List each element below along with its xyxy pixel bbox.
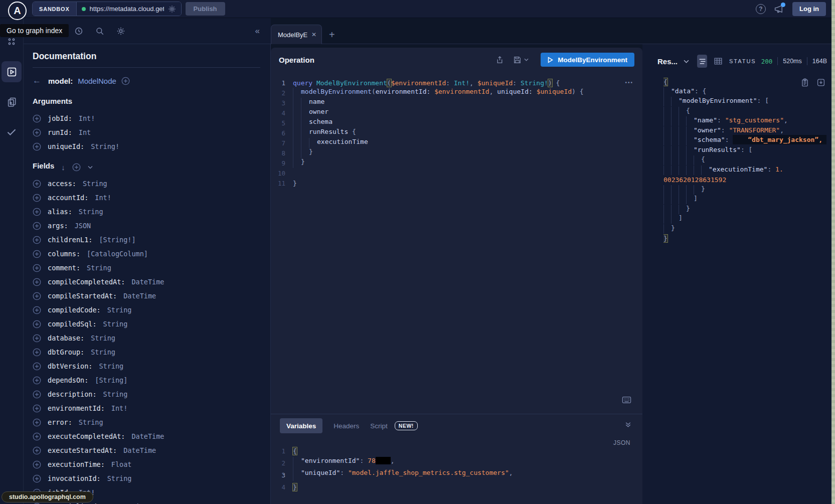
sort-fields-icon[interactable]: ↓ [61,163,65,172]
doc-field-row[interactable]: alias:String [33,205,260,219]
field-type[interactable]: JSON [75,222,91,230]
add-field-icon[interactable] [33,320,41,328]
field-type[interactable]: DateTime [131,278,164,286]
response-dropdown-chevron-icon[interactable] [684,60,689,63]
editor-overflow-menu-icon[interactable]: ••• [625,80,633,85]
doc-field-row[interactable]: columns:[CatalogColumn] [33,247,260,261]
field-type[interactable]: [CatalogColumn] [87,250,148,258]
add-field-icon[interactable] [33,236,41,244]
new-tab-icon[interactable]: + [329,30,335,40]
doc-field-row[interactable]: runId:Int [33,125,260,139]
doc-field-row[interactable]: executionTime:Float [33,457,260,471]
add-field-icon[interactable] [33,334,41,343]
field-type[interactable]: Int! [79,114,95,122]
doc-field-row[interactable]: jobId:Int! [33,111,260,125]
add-field-icon[interactable] [33,208,41,216]
field-type[interactable]: String [79,208,103,216]
field-type[interactable]: String [83,180,107,188]
field-type[interactable]: String [91,348,115,356]
field-type[interactable]: Float [111,460,132,468]
collapse-panel-icon[interactable]: « [255,26,260,36]
run-operation-button[interactable]: ModelByEnvironment [541,53,634,67]
add-field-icon[interactable] [33,114,41,123]
field-type[interactable]: String [79,418,103,426]
add-all-fields-icon[interactable] [121,77,130,85]
doc-field-row[interactable]: dbtGroup:String [33,345,260,359]
doc-field-row[interactable]: dbtVersion:String [33,359,260,373]
doc-field-row[interactable]: compiledCode:String [33,303,260,317]
save-options-chevron-icon[interactable] [524,58,529,61]
variables-editor[interactable]: 1{2"environmentId": 78,3"uniqueId": "mod… [271,445,642,493]
search-icon[interactable] [95,27,104,36]
add-field-icon[interactable] [33,376,41,385]
checklist-icon[interactable] [2,121,22,142]
response-format-json-icon[interactable] [697,55,707,68]
add-field-icon[interactable] [33,418,41,427]
save-icon[interactable] [513,56,522,64]
add-field-icon[interactable] [33,292,41,300]
fields-options-chevron-icon[interactable] [88,165,93,169]
doc-field-row[interactable]: compiledSql:String [33,317,260,331]
sandbox-badge[interactable]: SANDBOX [33,2,77,16]
field-type[interactable]: String [107,474,132,482]
doc-field-row[interactable]: compileCompletedAt:DateTime [33,275,260,289]
history-icon[interactable] [74,27,83,36]
help-icon[interactable]: ? [756,4,766,14]
endpoint-settings-icon[interactable] [168,5,176,13]
schema-icon[interactable] [2,91,22,112]
add-field-icon[interactable] [33,460,41,469]
field-type[interactable]: String [91,334,115,342]
add-fields-icon[interactable] [72,163,81,172]
field-type[interactable]: String [99,362,123,370]
doc-field-row[interactable]: environmentId:Int! [33,401,260,415]
add-field-icon[interactable] [33,264,41,272]
doc-field-row[interactable]: uniqueId:String! [33,139,260,153]
add-field-icon[interactable] [33,502,41,504]
add-field-icon[interactable] [33,306,41,314]
add-field-icon[interactable] [33,128,41,137]
tab-script[interactable]: Script [370,422,388,430]
close-tab-icon[interactable]: ✕ [311,31,316,38]
tab-headers[interactable]: Headers [333,422,359,430]
add-field-icon[interactable] [33,474,41,483]
field-type[interactable]: DateTime [131,432,164,440]
add-field-icon[interactable] [33,362,41,371]
back-icon[interactable]: ← [33,76,41,86]
field-type[interactable]: Int [79,128,91,136]
doc-field-row[interactable]: args:JSON [33,219,260,233]
doc-field-row[interactable]: compileStartedAt:DateTime [33,289,260,303]
add-field-icon[interactable] [33,404,41,413]
add-field-icon[interactable] [33,250,41,258]
add-field-icon[interactable] [33,348,41,357]
field-type[interactable]: String! [91,142,119,150]
field-type[interactable]: Int! [111,404,128,412]
share-icon[interactable] [495,56,504,64]
doc-field-row[interactable]: executeStartedAt:DateTime [33,443,260,457]
doc-field-row[interactable]: executeCompletedAt:DateTime [33,429,260,443]
copy-response-icon[interactable] [801,78,809,87]
keyboard-shortcuts-icon[interactable] [622,396,631,404]
doc-field-row[interactable]: error:String [33,415,260,429]
doc-field-row[interactable]: access:String [33,177,260,191]
add-field-icon[interactable] [33,194,41,202]
add-field-icon[interactable] [33,222,41,230]
doc-field-row[interactable]: dependsOn:[String] [33,373,260,387]
announcements-icon[interactable] [774,4,784,14]
response-json-wrap[interactable]: {"data": {"modelByEnvironment": [{"name"… [642,77,835,244]
doc-field-row[interactable]: childrenL1:[String!] [33,233,260,247]
field-type[interactable]: String [87,264,111,272]
field-type[interactable]: [String] [95,376,127,384]
add-field-icon[interactable] [33,390,41,399]
operation-editor[interactable]: 1query ModelByEnvironment($environmentId… [271,72,642,414]
doc-field-row[interactable]: accountId:Int! [33,191,260,205]
add-field-icon[interactable] [33,180,41,188]
explorer-icon[interactable] [2,61,22,82]
download-response-icon[interactable] [817,78,825,87]
response-format-table-icon[interactable] [713,55,723,68]
doc-field-row[interactable]: description:String [33,387,260,401]
login-button[interactable]: Log in [792,2,826,16]
field-type[interactable]: DateTime [123,292,156,300]
collapse-variables-icon[interactable] [625,421,631,428]
operation-tab[interactable]: ModelByEnvi... ✕ [271,25,322,44]
field-type[interactable]: DateTime [123,446,156,454]
